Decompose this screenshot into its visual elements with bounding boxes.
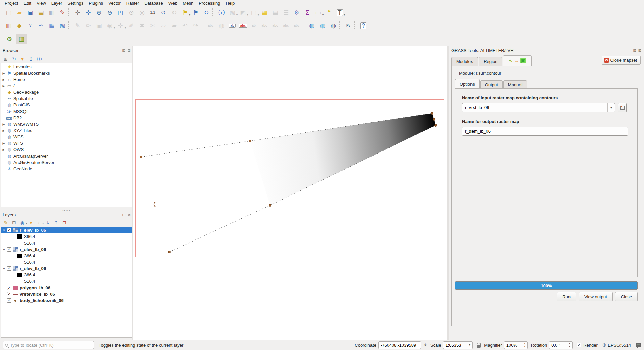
menu-processing[interactable]: Processing	[196, 0, 223, 6]
crs-status[interactable]: EPSG:5514	[608, 343, 631, 348]
layer-visibility-checkbox[interactable]: ✓	[7, 286, 11, 290]
menu-layer[interactable]: Layer	[49, 0, 65, 6]
add-group-icon[interactable]: ⊞	[10, 219, 18, 226]
lock-scale-icon[interactable]	[477, 345, 481, 348]
tab-current-module[interactable]: ∿ → ▣	[503, 55, 532, 66]
add-selected-layers-icon[interactable]: ⊞	[2, 55, 9, 62]
expander-icon[interactable]: ▶	[1, 78, 6, 81]
show-layout-manager-icon[interactable]: ▥	[47, 8, 57, 18]
identify-features-icon[interactable]: ⓘ	[216, 8, 227, 18]
expander-icon[interactable]: ▶	[1, 148, 6, 151]
remove-layer-icon[interactable]: ⊟	[61, 219, 68, 226]
browser-item-spatial-bookmarks[interactable]: ▶⚑Spatial Bookmarks	[1, 70, 132, 76]
zoom-out-icon[interactable]: ⊖	[105, 8, 115, 18]
menu-help[interactable]: Help	[223, 0, 237, 6]
menu-database[interactable]: Database	[142, 0, 166, 6]
tab-modules[interactable]: Modules	[451, 57, 478, 66]
output-raster-input[interactable]	[462, 127, 628, 136]
layer-visibility-checkbox[interactable]: ✓	[7, 292, 11, 296]
scale-value[interactable]	[443, 343, 467, 348]
grass-region-icon[interactable]: ▦	[16, 34, 27, 44]
show-sum-statistics-icon[interactable]: Σ	[302, 8, 312, 18]
close-button[interactable]: Close	[615, 292, 638, 301]
grass-close-icon[interactable]: ⊠	[638, 49, 641, 52]
crs-globe-icon[interactable]: ⊕	[602, 342, 607, 348]
menu-view[interactable]: View	[34, 0, 49, 6]
browser-item-geopackage[interactable]: ◆GeoPackage	[1, 89, 132, 95]
locate-search[interactable]	[3, 341, 94, 349]
browser-item-arcgisfeatureserver[interactable]: ◍ArcGisFeatureServer	[1, 159, 132, 166]
layers-close-icon[interactable]: ⊠	[128, 213, 131, 217]
data-source-manager-icon[interactable]: ▥	[4, 20, 14, 31]
magnifier-value[interactable]	[504, 343, 522, 348]
scale-dropdown-icon[interactable]: ▼	[467, 344, 472, 346]
menu-project[interactable]: Project	[2, 0, 21, 6]
menu-vector[interactable]: Vector	[106, 0, 123, 6]
collapse-all-layers-icon[interactable]: ↥	[52, 219, 60, 226]
zoom-full-icon[interactable]: ◰	[115, 8, 126, 18]
filter-browser-icon[interactable]: ▼	[19, 55, 26, 62]
rotation-spinbox[interactable]: ▲▼	[549, 341, 573, 349]
browser-item-arcgismapserver[interactable]: ◍ArcGisMapServer	[1, 153, 132, 159]
tab-options[interactable]: Options	[455, 79, 480, 89]
properties-widget-icon[interactable]: ⓘ	[36, 55, 43, 62]
metasearch-new-connection-icon[interactable]: ◍	[307, 20, 317, 31]
show-bookmarks-icon[interactable]: ⚑	[191, 8, 201, 18]
pin-labels-icon[interactable]: ab	[227, 20, 237, 31]
combo-dropdown-icon[interactable]: ▼	[607, 103, 615, 112]
new-spatialite-icon[interactable]: ✒	[36, 20, 46, 31]
tab-manual[interactable]: Manual	[503, 80, 527, 89]
open-project-icon[interactable]: ▰	[14, 8, 24, 18]
save-project-icon[interactable]: ▣	[25, 8, 35, 18]
tab-region[interactable]: Region	[479, 57, 502, 66]
input-raster-combobox[interactable]: ▼	[462, 103, 615, 112]
grass-float-icon[interactable]: ⊡	[633, 49, 636, 52]
run-button[interactable]: Run	[557, 292, 576, 301]
layer-item-r_elev_lb_06[interactable]: ▼✓r_elev_lb_06	[1, 246, 132, 253]
grass-tools-icon[interactable]: ⚙	[4, 34, 15, 44]
browser-item-db2[interactable]: DB2DB2	[1, 115, 132, 121]
style-manager-icon[interactable]: ✎	[57, 8, 67, 18]
expand-all-icon[interactable]: ↧	[44, 219, 51, 226]
expander-icon[interactable]: ▶	[1, 142, 6, 145]
browser-item-geonode[interactable]: ✳GeoNode	[1, 166, 132, 172]
browser-item-favorites[interactable]: ★Favorites	[1, 63, 132, 70]
new-project-icon[interactable]: ▢	[4, 8, 14, 18]
text-annotation-icon[interactable]: T▾	[335, 8, 345, 18]
refresh-browser-icon[interactable]: ↻	[10, 55, 18, 62]
close-mapset-button[interactable]: Close mapset	[602, 56, 641, 65]
input-raster-value[interactable]	[462, 105, 607, 110]
layer-item-vrstevnice_lb_06[interactable]: ✓vrstevnice_lb_06	[1, 291, 132, 297]
browser-item-wcs[interactable]: ◍WCS	[1, 134, 132, 140]
layer-item-polygon_lb_06[interactable]: ✓polygon_lb_06	[1, 285, 132, 291]
metasearch-icon[interactable]: ◍	[317, 20, 328, 31]
zoom-in-icon[interactable]: ⊕	[94, 8, 104, 18]
browser-item-ows[interactable]: ▶◍OWS	[1, 146, 132, 153]
browser-item-xyz-tiles[interactable]: ▶◍XYZ Tiles	[1, 127, 132, 134]
help-contents-icon[interactable]: ?	[358, 20, 368, 31]
zoom-native-icon[interactable]: 1:1	[148, 8, 158, 18]
render-checkbox[interactable]: ✓	[577, 343, 581, 347]
extent-toggle-icon[interactable]: ⌖	[424, 342, 427, 348]
scale-combobox[interactable]: ▼	[443, 341, 473, 349]
expander-icon[interactable]: ▶	[1, 123, 6, 126]
new-bookmark-icon[interactable]: ⚑▾	[180, 8, 190, 18]
zoom-last-icon[interactable]: ↺	[158, 8, 168, 18]
rotation-spin-icons[interactable]: ▲▼	[567, 342, 572, 348]
collapse-all-icon[interactable]: ↥	[27, 55, 35, 62]
layer-visibility-checkbox[interactable]: ✓	[7, 298, 11, 303]
browser-close-icon[interactable]: ⊠	[128, 49, 131, 52]
pan-map-icon[interactable]: ✛	[72, 8, 83, 18]
processing-toolbox-icon[interactable]: ⚙	[292, 8, 302, 18]
new-mesh-layer-icon[interactable]: ▧	[57, 20, 67, 31]
search-layers-icon[interactable]: ◍	[328, 20, 338, 31]
menu-edit[interactable]: Edit	[21, 0, 34, 6]
map-canvas[interactable]	[133, 46, 447, 340]
browser-item--[interactable]: ▶▭/	[1, 83, 132, 89]
layer-item-r_elev_lb_06[interactable]: ▼✓r_elev_lb_06	[1, 265, 132, 272]
layer-item-body_lichobeznik_06[interactable]: ✓body_lichobeznik_06	[1, 297, 132, 304]
map-tips-icon[interactable]: ❝	[324, 8, 334, 18]
new-geopackage-icon[interactable]: ◆	[14, 20, 24, 31]
browser-item-home[interactable]: ▶⌂Home	[1, 76, 132, 83]
coordinate-field[interactable]	[378, 341, 421, 349]
